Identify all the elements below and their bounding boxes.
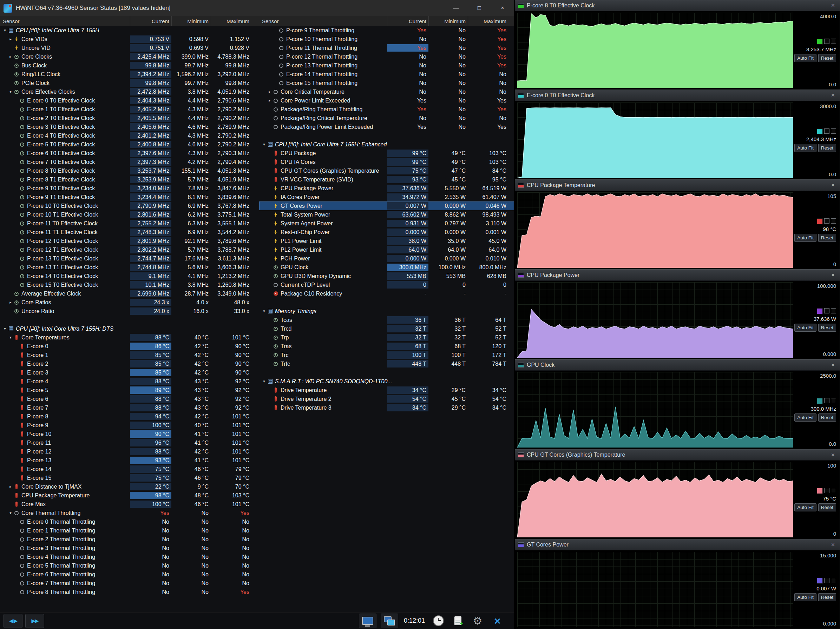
sensor-row[interactable]: E-core 0 Thermal ThrottlingNoNoNo	[0, 517, 257, 526]
sensor-row[interactable]: Trfc448 T448 T784 T	[259, 359, 514, 368]
sensor-row[interactable]: Tras68 T68 T120 T	[259, 342, 514, 351]
minimize-button[interactable]: —	[445, 0, 468, 16]
graph-titlebar[interactable]: GT Cores Power×	[515, 539, 840, 550]
sensor-row[interactable]: E-core 3 T0 Effective Clock2,405.6 MHz4.…	[0, 123, 257, 131]
sensor-row[interactable]: E-core 688 °C43 °C92 °C	[0, 394, 257, 403]
graph-titlebar[interactable]: E-core 0 T0 Effective Clock×	[515, 90, 840, 101]
fast-forward-button[interactable]: ▶▶	[25, 614, 44, 628]
color-swatch[interactable]	[817, 218, 823, 224]
sensor-row[interactable]: GPU D3D Memory Dynamic553 MB553 MB628 MB	[259, 272, 514, 281]
close-button[interactable]: ×	[491, 0, 514, 16]
sensor-row[interactable]: ▾Core Temperatures88 °C40 °C101 °C	[0, 333, 257, 342]
legend-box[interactable]	[824, 39, 829, 44]
sensor-row[interactable]: Package/Ring Power Limit ExceededYesNoYe…	[259, 123, 514, 131]
close-icon[interactable]: ×	[829, 92, 837, 99]
auto-fit-button[interactable]: Auto Fit	[794, 593, 816, 601]
sensor-row[interactable]: CPU GT Cores (Graphics) Temperature75 °C…	[259, 166, 514, 175]
legend-box[interactable]	[831, 128, 836, 134]
expand-arrow-icon[interactable]: ▸	[267, 90, 273, 94]
sensor-row[interactable]: CPU Package Temperature98 °C48 °C103 °C	[0, 491, 257, 500]
sensor-row[interactable]: E-core 14 Thermal ThrottlingNoNoNo	[259, 70, 514, 79]
sensor-row[interactable]: E-core 15 Thermal ThrottlingNoNoNo	[259, 79, 514, 87]
sensor-row[interactable]: P-core 12 Thermal ThrottlingNoNoYes	[259, 52, 514, 61]
sensor-row[interactable]: Trc100 T100 T172 T	[259, 351, 514, 359]
sensor-row[interactable]: P-core 1090 °C41 °C101 °C	[0, 430, 257, 438]
sensor-row[interactable]: P-core 8 Thermal ThrottlingNoNoYes	[0, 588, 257, 596]
color-swatch[interactable]	[817, 398, 823, 404]
color-swatch[interactable]	[817, 488, 823, 494]
sensor-row[interactable]: P-core 12 T1 Effective Clock2,802.2 MHz5…	[0, 245, 257, 254]
sensor-row[interactable]: Package/Ring Critical TemperatureNoNoNo	[259, 114, 514, 123]
sensor-row[interactable]: P-core 11 Thermal ThrottlingYesNoYes	[259, 44, 514, 52]
sensor-row[interactable]: Trcd32 T32 T52 T	[259, 324, 514, 333]
expand-arrow-icon[interactable]: ▸	[267, 98, 273, 103]
expand-arrow-icon[interactable]: ▾	[8, 511, 13, 515]
sensor-row[interactable]: CPU IA Cores99 °C49 °C103 °C	[259, 158, 514, 166]
reset-button[interactable]: Reset	[818, 413, 836, 422]
legend-box[interactable]	[824, 488, 829, 493]
legend-box[interactable]	[831, 578, 836, 583]
maximum-column-header[interactable]: Maximum	[211, 16, 251, 26]
sensor-row[interactable]: E-core 589 °C43 °C92 °C	[0, 386, 257, 394]
legend-box[interactable]	[824, 578, 829, 583]
expand-arrow-icon[interactable]: ▾	[2, 326, 8, 331]
expand-arrow-icon[interactable]: ▾	[8, 90, 13, 94]
sensor-row[interactable]: E-core 4 Thermal ThrottlingNoNoNo	[0, 552, 257, 561]
maximize-button[interactable]: □	[468, 0, 491, 16]
sensor-row[interactable]: Package/Ring Thermal ThrottlingYesNoYes	[259, 105, 514, 114]
sensor-row[interactable]: E-core 14 T0 Effective Clock9.1 MHz4.1 M…	[0, 272, 257, 281]
sensor-row[interactable]: P-core 894 °C42 °C101 °C	[0, 412, 257, 421]
minimum-column-header[interactable]: Minimum	[171, 16, 211, 26]
sensor-row[interactable]: P-core 13 T1 Effective Clock2,744.8 MHz5…	[0, 263, 257, 272]
sensor-row[interactable]: E-core 2 Thermal ThrottlingNoNoNo	[0, 535, 257, 544]
sensor-column-header[interactable]: Sensor	[259, 16, 387, 26]
reset-button[interactable]: Reset	[818, 503, 836, 511]
sensor-row[interactable]: IA Cores Power34.972 W2.535 W61.407 W	[259, 193, 514, 202]
sensor-row[interactable]: Bus Clock99.8 MHz99.7 MHz99.8 MHz	[0, 61, 257, 70]
graph-titlebar[interactable]: P-core 8 T0 Effective Clock×	[515, 0, 840, 11]
expand-arrow-icon[interactable]: ▾	[2, 28, 8, 33]
sensor-row[interactable]: ▾Core Thermal ThrottlingYesNoYes	[0, 509, 257, 517]
close-icon[interactable]: ×	[829, 2, 837, 9]
sensor-row[interactable]: P-core 10 T0 Effective Clock2,790.9 MHz6…	[0, 202, 257, 210]
sensor-row[interactable]: Drive Temperature 334 °C29 °C34 °C	[259, 403, 514, 412]
color-swatch[interactable]	[817, 128, 823, 134]
sensor-row[interactable]: P-core 10 Thermal ThrottlingNoNoYes	[259, 35, 514, 44]
sensor-row[interactable]: E-core 0 T0 Effective Clock2,404.3 MHz4.…	[0, 96, 257, 105]
graph-titlebar[interactable]: CPU Package Power×	[515, 270, 840, 281]
sensor-row[interactable]: P-core 8 T1 Effective Clock3,253.9 MHz5.…	[0, 175, 257, 184]
sensor-row[interactable]: Package C10 Residency---	[259, 289, 514, 298]
sensor-row[interactable]: ▸Core Distance to TjMAX22 °C9 °C70 °C	[0, 482, 257, 491]
titlebar[interactable]: HWiNFO64 v7.36-4960 Sensor Status [189 v…	[0, 0, 514, 16]
graph-titlebar[interactable]: GPU Clock×	[515, 360, 840, 370]
sensor-row[interactable]: ▾Core Effective Clocks2,472.8 MHz3.8 MHz…	[0, 87, 257, 96]
nav-arrows-button[interactable]: ◀ ▶	[3, 614, 22, 628]
reset-button[interactable]: Reset	[818, 324, 836, 332]
sensor-row[interactable]: E-core 185 °C42 °C90 °C	[0, 351, 257, 359]
sensor-row[interactable]: Drive Temperature34 °C29 °C34 °C	[259, 386, 514, 394]
sensor-row[interactable]: P-core 9 T0 Effective Clock3,234.0 MHz7.…	[0, 184, 257, 193]
sensor-row[interactable]: E-core 488 °C43 °C92 °C	[0, 377, 257, 386]
sensor-row[interactable]: E-core 385 °C42 °C90 °C	[0, 368, 257, 377]
sensor-row[interactable]: ▸Core VIDs0.753 V0.598 V1.152 V	[0, 35, 257, 44]
close-icon[interactable]: ×	[829, 451, 837, 459]
auto-fit-button[interactable]: Auto Fit	[794, 413, 816, 422]
sensor-row[interactable]: P-core 11 T0 Effective Clock2,755.2 MHz6…	[0, 219, 257, 228]
sensor-row[interactable]: PCIe Clock99.8 MHz99.7 MHz99.8 MHz	[0, 79, 257, 87]
legend-box[interactable]	[831, 488, 836, 493]
expand-arrow-icon[interactable]: ▾	[261, 309, 267, 314]
settings-button[interactable]: ⚙	[470, 614, 485, 628]
color-swatch[interactable]	[817, 39, 823, 44]
sensor-column-header[interactable]: Sensor	[0, 16, 130, 26]
sensor-row[interactable]: PL2 Power Limit64.0 W64.0 W64.0 W	[259, 245, 514, 254]
sensor-row[interactable]: P-core 9 T1 Effective Clock3,234.4 MHz8.…	[0, 193, 257, 202]
expand-arrow-icon[interactable]: ▸	[8, 484, 13, 489]
reset-button[interactable]: Reset	[818, 593, 836, 601]
minimum-column-header[interactable]: Minimum	[428, 16, 468, 26]
color-swatch[interactable]	[817, 308, 823, 314]
sensor-row[interactable]: Uncore Ratio24.0 x16.0 x33.0 x	[0, 307, 257, 315]
sensor-row[interactable]: E-core 2 T0 Effective Clock2,405.5 MHz4.…	[0, 114, 257, 123]
maximum-column-header[interactable]: Maximum	[468, 16, 508, 26]
multi-monitor-button[interactable]	[381, 613, 398, 628]
sensor-row[interactable]: P-core 1288 °C42 °C101 °C	[0, 447, 257, 456]
